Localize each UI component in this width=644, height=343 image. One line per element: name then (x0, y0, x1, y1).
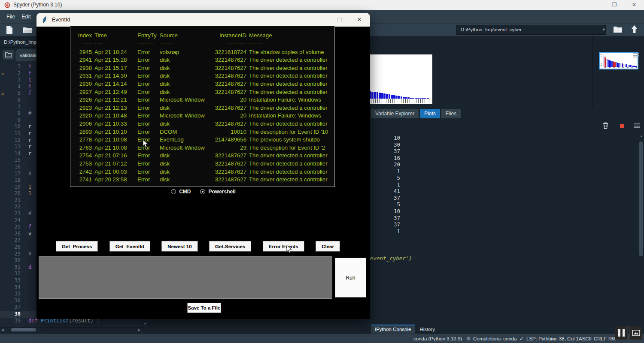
bar (381, 93, 383, 99)
line-number: 36 (0, 298, 21, 304)
remove-variables-icon[interactable] (603, 122, 608, 129)
code-text: # (28, 171, 31, 178)
console-output-number: 1 (373, 228, 400, 235)
window-restore-icon[interactable]: ❐ (605, 0, 624, 10)
radio-circle-icon (171, 189, 176, 194)
status-encoding: ASCII (579, 334, 592, 343)
new-file-icon[interactable] (6, 25, 13, 34)
line-number: 10 (0, 123, 21, 130)
line-number: 38 (0, 311, 21, 318)
tab-files[interactable]: Files (441, 109, 461, 118)
error-events-button[interactable]: Error Events (263, 241, 304, 252)
run-button[interactable]: Run (335, 258, 366, 298)
console-output-number: 37 (373, 148, 400, 155)
tab-ipython-console[interactable]: IPython Console (371, 325, 415, 334)
scroll-right-icon[interactable]: ▶ (137, 327, 142, 333)
console-output-number: 41 (373, 188, 400, 195)
event-row: 2763Apr 21 10:08ErrorMicrosoft-Windows..… (70, 144, 334, 152)
dialog-maximize-icon[interactable]: ▢ (330, 13, 349, 27)
working-directory-input[interactable]: D:\Python_Imp\event_cyber (456, 25, 606, 35)
save-to-file-button[interactable]: Save To a File (187, 303, 221, 313)
line-number: 27 (0, 237, 21, 244)
window-minimize-icon[interactable]: — (585, 0, 605, 10)
menu-file[interactable]: File (6, 10, 15, 24)
bar (403, 97, 405, 99)
dialog-title: EventId (52, 13, 70, 27)
browse-tabs-icon[interactable] (3, 50, 14, 60)
radio-powershell[interactable]: Powershell (200, 189, 235, 195)
get-services-button[interactable]: Get-Services (209, 241, 251, 252)
scroll-down-icon[interactable]: ▼ (143, 322, 147, 326)
line-number: 12 (0, 137, 21, 144)
bar (412, 98, 414, 99)
code-text: r (28, 144, 31, 150)
console-scroll-thumb[interactable] (639, 141, 643, 256)
tab-history[interactable]: History (416, 325, 439, 334)
line-number: 15 (0, 157, 21, 164)
event-row: 2778Apr 21 10:08ErrorEventLog2147489656T… (70, 136, 334, 144)
python-feather-icon (42, 16, 47, 24)
line-number: 28 (0, 244, 21, 251)
hscroll-thumb[interactable] (11, 328, 36, 331)
console-output-number: 37 (373, 221, 400, 228)
console-scrollbar[interactable]: ▲ (638, 134, 644, 325)
console-tabs: IPython ConsoleHistory (148, 325, 644, 334)
line-number: 8 (0, 110, 21, 117)
parent-directory-icon[interactable] (631, 25, 638, 33)
browse-directory-icon[interactable] (613, 26, 623, 33)
pause-button[interactable] (615, 326, 628, 340)
tab-plots[interactable]: Plots (420, 109, 440, 118)
radio-label: CMD (179, 189, 191, 195)
radio-cmd[interactable]: CMD (171, 189, 191, 195)
event-log-divider: ----- ---- --------- ------ ---------- -… (70, 40, 334, 47)
console-menu-icon[interactable] (634, 123, 640, 128)
get-eventid-button[interactable]: Get_EventId (109, 241, 150, 252)
plots-overlay-button[interactable] (629, 326, 642, 340)
line-number: 4 (0, 84, 21, 90)
thumbnail-xaxis (603, 67, 637, 68)
bar (395, 96, 398, 99)
plot-thumbnail-strip (592, 36, 644, 108)
dialog-titlebar[interactable]: EventId — ▢ ✕ (36, 13, 370, 27)
console-output-number: 37 (373, 215, 400, 222)
newest-10-button[interactable]: Newest 10 (161, 241, 197, 252)
menu-edit[interactable]: Edit (21, 10, 31, 24)
window-title: Spyder (Python 3.10) (13, 0, 62, 10)
tab-variable-explorer[interactable]: Variable Explorer (371, 109, 419, 118)
bar (636, 66, 637, 67)
scroll-left-icon[interactable]: ◀ (0, 327, 5, 333)
dialog-close-icon[interactable]: ✕ (350, 13, 369, 27)
output-textbox[interactable] (39, 256, 332, 299)
console-output-number: 37 (373, 195, 400, 202)
scroll-up-icon[interactable]: ▲ (640, 134, 643, 138)
path-dropdown-icon[interactable]: ▼ (601, 25, 607, 35)
window-close-icon[interactable]: ✕ (624, 0, 644, 10)
bar (415, 98, 417, 99)
completions-icon: ⚙ (466, 334, 471, 343)
event-row: 2941Apr 21 15:28Errordisk3221487627The d… (70, 56, 334, 64)
clear-button[interactable]: Clear (316, 241, 340, 252)
line-number: 25 (0, 224, 21, 231)
bar (407, 97, 410, 99)
line-number: 22 (0, 204, 21, 211)
get-process-button[interactable]: Get_Process (56, 241, 98, 252)
event-row: 2931Apr 21 14:30Errordisk3221487627The d… (70, 72, 334, 80)
open-folder-icon[interactable] (23, 26, 33, 34)
bar (371, 92, 374, 99)
line-number: 31 (0, 264, 21, 271)
event-row: 2923Apr 21 12:13Errordisk3221487627The d… (70, 104, 334, 112)
line-number: 3 (0, 77, 21, 84)
console-numbers: 1030371620151413751037371 (373, 135, 400, 235)
dialog-minimize-icon[interactable]: — (311, 13, 330, 27)
plots-pane-menu-icon[interactable] (633, 53, 639, 57)
code-text: r (28, 150, 31, 157)
line-number: 5 (0, 90, 21, 97)
event-row: 2754Apr 21 07:16Errordisk3221487627The d… (70, 152, 334, 160)
bar (427, 98, 429, 99)
line-number: 37 (0, 304, 21, 311)
dialog-buttons: Get_ProcessGet_EventIdNewest 10Get-Servi… (56, 241, 340, 252)
bar (419, 98, 422, 99)
lsp-check-icon: ✓ (519, 334, 524, 343)
radio-circle-icon (200, 189, 205, 194)
radio-label: Powershell (208, 189, 235, 195)
